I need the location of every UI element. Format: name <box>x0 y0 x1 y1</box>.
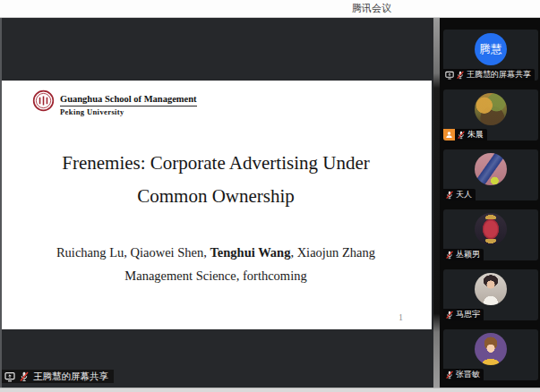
participant-tile[interactable]: 张晋敏 <box>443 329 538 380</box>
logo-university-name: Peking University <box>60 107 197 116</box>
university-logo-text: Guanghua School of Management Peking Uni… <box>60 89 197 116</box>
authors-bold-name: Tenghui Wang <box>210 245 291 260</box>
mic-muted-icon <box>445 311 454 320</box>
participant-label: 朱晨 <box>455 129 487 141</box>
avatar <box>475 213 507 245</box>
window-bottom-edge <box>0 388 540 392</box>
participants-panel: 腾慧 王腾慧的 <box>440 18 540 388</box>
slide-title: Frenemies: Corporate Advertising Under C… <box>0 147 432 213</box>
screen-share-banner: 王腾慧的屏幕共享 <box>2 370 114 383</box>
presentation-slide: Guanghua School of Management Peking Uni… <box>0 81 432 329</box>
participant-name: 马思宇 <box>456 309 480 320</box>
participant-label: 丛颖男 <box>443 249 484 260</box>
participant-name: 丛颖男 <box>456 249 480 260</box>
participant-label: 马思宇 <box>443 309 484 320</box>
avatar <box>475 93 507 125</box>
participant-name: 朱晨 <box>467 129 484 141</box>
avatar <box>475 153 507 185</box>
window-title: 腾讯会议 <box>352 0 391 17</box>
screen-share-banner-text: 王腾慧的屏幕共享 <box>33 371 108 383</box>
participant-tile[interactable]: 丛颖男 <box>443 209 538 260</box>
shared-screen-area: Guanghua School of Management Peking Uni… <box>0 18 433 388</box>
authors-suffix: , Xiaojun Zhang <box>290 245 375 260</box>
slide-page-number: 1 <box>399 312 403 322</box>
slide-venue: Management Science, forthcoming <box>0 266 432 285</box>
member-badge-icon <box>443 129 455 141</box>
screen-share-icon <box>4 371 15 382</box>
university-logo: Guanghua School of Management Peking Uni… <box>32 89 197 116</box>
mic-muted-icon <box>457 131 466 140</box>
participant-label: 张晋敏 <box>443 369 484 380</box>
participant-name: 王腾慧的屏幕共享 <box>467 69 531 81</box>
participant-label: 天人 <box>443 189 476 200</box>
mic-muted-icon <box>456 71 465 80</box>
mic-muted-icon <box>445 251 454 260</box>
avatar: 腾慧 <box>475 33 507 65</box>
slide-title-line1: Frenemies: Corporate Advertising Under <box>0 147 432 180</box>
mic-muted-icon <box>19 371 30 382</box>
panel-divider-scrollbar[interactable] <box>433 18 440 388</box>
logo-school-name: Guanghua School of Management <box>60 94 197 107</box>
avatar <box>475 273 507 305</box>
participant-tile-screen-share[interactable]: 腾慧 王腾慧的 <box>443 30 538 81</box>
peking-university-seal-icon <box>32 89 55 112</box>
participant-name: 天人 <box>456 189 472 200</box>
participant-tile[interactable]: 马思宇 <box>443 269 538 320</box>
meeting-window: 腾讯会议 Guanghua School of Management Pekin… <box>0 0 540 392</box>
avatar <box>475 333 507 365</box>
slide-authors: Ruichang Lu, Qiaowei Shen, Tenghui Wang,… <box>0 243 432 262</box>
window-titlebar[interactable]: 腾讯会议 <box>0 0 540 18</box>
window-left-edge <box>0 18 2 388</box>
screen-share-icon <box>445 71 454 80</box>
participant-name: 张晋敏 <box>456 369 480 380</box>
slide-title-line2: Common Ownership <box>0 180 432 213</box>
mic-muted-icon <box>445 191 454 200</box>
avatar-initials: 腾慧 <box>480 42 502 57</box>
mic-muted-icon <box>445 371 454 379</box>
participant-tile[interactable]: 天人 <box>443 149 538 200</box>
authors-prefix: Ruichang Lu, Qiaowei Shen, <box>56 245 210 260</box>
participant-label: 王腾慧的屏幕共享 <box>443 69 535 81</box>
participant-tile[interactable]: 朱晨 <box>443 89 538 141</box>
